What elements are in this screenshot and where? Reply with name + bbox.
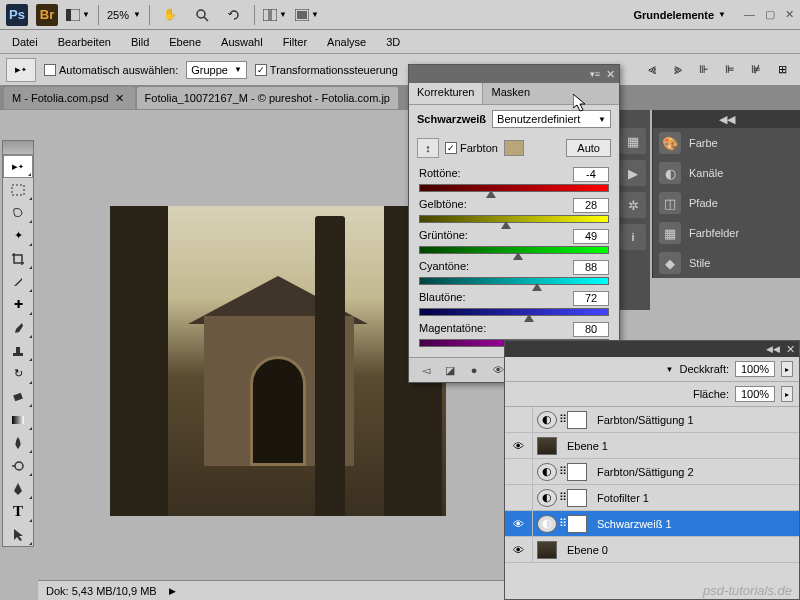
auto-select-type[interactable]: Gruppe▼ xyxy=(186,61,247,79)
move-tool[interactable]: ▸✦ xyxy=(3,155,33,178)
maximize-icon[interactable]: ▢ xyxy=(765,8,775,21)
gradient-tool[interactable] xyxy=(3,408,33,431)
layer-name[interactable]: Ebene 1 xyxy=(561,440,608,452)
menu-image[interactable]: Bild xyxy=(121,33,159,51)
crop-tool[interactable] xyxy=(3,247,33,270)
doc-tab-2[interactable]: Fotolia_10072167_M - © pureshot - Fotoli… xyxy=(137,87,398,109)
path-select-tool[interactable] xyxy=(3,523,33,546)
auto-button[interactable]: Auto xyxy=(566,139,611,157)
reds-value[interactable]: -4 xyxy=(573,167,609,182)
lasso-tool[interactable] xyxy=(3,201,33,224)
layer-row[interactable]: ◐⠿ Farbton/Sättigung 1 xyxy=(505,407,799,433)
screen-mode-icon[interactable]: ▼ xyxy=(295,4,319,26)
opacity-scrub-icon[interactable]: ▸ xyxy=(781,361,793,377)
status-arrow-icon[interactable]: ▶ xyxy=(169,586,176,596)
close-icon[interactable]: ✕ xyxy=(785,8,794,21)
align-left-icon[interactable]: ⫷ xyxy=(640,59,664,81)
visibility-toggle[interactable] xyxy=(505,407,533,432)
back-icon[interactable]: ◅ xyxy=(417,362,435,378)
dodge-tool[interactable] xyxy=(3,454,33,477)
navigator-panel-icon[interactable]: ✲ xyxy=(620,192,646,218)
workspace-switcher[interactable]: Grundelemente▼ xyxy=(633,9,726,21)
channels-panel-button[interactable]: ◐Kanäle xyxy=(653,158,800,188)
doc-tab-1[interactable]: M - Fotolia.com.psd✕ xyxy=(4,87,135,109)
menu-3d[interactable]: 3D xyxy=(376,33,410,51)
rotate-view-icon[interactable] xyxy=(222,4,246,26)
dock-collapse-icon[interactable]: ◀◀ xyxy=(653,110,800,128)
layers-panel-header[interactable]: ◀◀✕ xyxy=(505,341,799,357)
visibility-toggle[interactable] xyxy=(505,459,533,484)
cyans-slider[interactable] xyxy=(419,277,609,287)
visibility-toggle[interactable]: 👁 xyxy=(505,537,533,562)
magentas-value[interactable]: 80 xyxy=(573,322,609,337)
opacity-value[interactable]: 100% xyxy=(735,361,775,377)
color-panel-button[interactable]: 🎨Farbe xyxy=(653,128,800,158)
blues-slider[interactable] xyxy=(419,308,609,318)
layer-name[interactable]: Ebene 0 xyxy=(561,544,608,556)
arrange-icon[interactable]: ▼ xyxy=(263,4,287,26)
layer-row[interactable]: 👁 Ebene 1 xyxy=(505,433,799,459)
layer-row[interactable]: ◐⠿ Fotofilter 1 xyxy=(505,485,799,511)
layer-name[interactable]: Farbton/Sättigung 1 xyxy=(591,414,694,426)
preset-select[interactable]: Benutzerdefiniert▼ xyxy=(492,110,611,128)
layer-row[interactable]: ◐⠿ Farbton/Sättigung 2 xyxy=(505,459,799,485)
auto-select-checkbox[interactable]: Automatisch auswählen: xyxy=(44,64,178,76)
greens-slider[interactable] xyxy=(419,246,609,256)
zoom-select[interactable]: 25%▼ xyxy=(107,9,141,21)
cyans-value[interactable]: 88 xyxy=(573,260,609,275)
swatches-panel-button[interactable]: ▦Farbfelder xyxy=(653,218,800,248)
reds-slider[interactable] xyxy=(419,184,609,194)
tab-corrections[interactable]: Korrekturen xyxy=(409,83,483,104)
actions-panel-icon[interactable]: ▶ xyxy=(620,160,646,186)
styles-panel-button[interactable]: ◆Stile xyxy=(653,248,800,278)
history-panel-icon[interactable]: ▦ xyxy=(620,128,646,154)
fill-value[interactable]: 100% xyxy=(735,386,775,402)
panel-close-icon[interactable]: ✕ xyxy=(606,68,615,81)
brush-tool[interactable] xyxy=(3,316,33,339)
expand-icon[interactable]: ◪ xyxy=(441,362,459,378)
info-panel-icon[interactable]: i xyxy=(620,224,646,250)
bridge-logo[interactable]: Br xyxy=(36,4,58,26)
visibility-toggle[interactable]: 👁 xyxy=(505,511,533,536)
eyedropper-tool[interactable] xyxy=(3,270,33,293)
menu-file[interactable]: Datei xyxy=(2,33,48,51)
stamp-tool[interactable] xyxy=(3,339,33,362)
menu-select[interactable]: Auswahl xyxy=(211,33,273,51)
menu-edit[interactable]: Bearbeiten xyxy=(48,33,121,51)
minimize-icon[interactable]: — xyxy=(744,8,755,21)
layer-name[interactable]: Schwarzweiß 1 xyxy=(591,518,672,530)
align-center-h-icon[interactable]: ⫸ xyxy=(666,59,690,81)
greens-value[interactable]: 49 xyxy=(573,229,609,244)
yellows-value[interactable]: 28 xyxy=(573,198,609,213)
layer-row[interactable]: 👁 Ebene 0 xyxy=(505,537,799,563)
fill-scrub-icon[interactable]: ▸ xyxy=(781,386,793,402)
type-tool[interactable]: T xyxy=(3,500,33,523)
history-brush-tool[interactable]: ↻ xyxy=(3,362,33,385)
align-right-icon[interactable]: ⊪ xyxy=(692,59,716,81)
blur-tool[interactable] xyxy=(3,431,33,454)
healing-tool[interactable]: ✚ xyxy=(3,293,33,316)
menu-layer[interactable]: Ebene xyxy=(159,33,211,51)
target-adjust-icon[interactable]: ↕ xyxy=(417,138,439,158)
panel-close-icon[interactable]: ✕ xyxy=(786,343,795,356)
tint-checkbox[interactable]: ✓Farbton xyxy=(445,142,498,154)
zoom-tool-icon[interactable] xyxy=(190,4,214,26)
visibility-toggle[interactable]: 👁 xyxy=(505,433,533,458)
menu-analysis[interactable]: Analyse xyxy=(317,33,376,51)
tab-masks[interactable]: Masken xyxy=(483,83,538,104)
yellows-slider[interactable] xyxy=(419,215,609,225)
panel-titlebar[interactable]: ▾≡ ✕ xyxy=(409,65,619,83)
align-buttons[interactable]: ⫷ ⫸ ⊪ ⊫ ⊯ ⊞ xyxy=(640,59,794,81)
distribute-icon[interactable]: ⊫ xyxy=(718,59,742,81)
panel-menu-icon[interactable]: ▾≡ xyxy=(590,69,600,79)
marquee-tool[interactable] xyxy=(3,178,33,201)
close-icon[interactable]: ✕ xyxy=(115,92,127,105)
distribute2-icon[interactable]: ⊯ xyxy=(744,59,768,81)
layer-name[interactable]: Fotofilter 1 xyxy=(591,492,649,504)
visibility-toggle[interactable] xyxy=(505,485,533,510)
layer-name[interactable]: Farbton/Sättigung 2 xyxy=(591,466,694,478)
tint-color-swatch[interactable] xyxy=(504,140,524,156)
transform-controls-checkbox[interactable]: ✓Transformationssteuerung xyxy=(255,64,398,76)
eraser-tool[interactable] xyxy=(3,385,33,408)
layer-row-selected[interactable]: 👁 ◐⠿ Schwarzweiß 1 xyxy=(505,511,799,537)
